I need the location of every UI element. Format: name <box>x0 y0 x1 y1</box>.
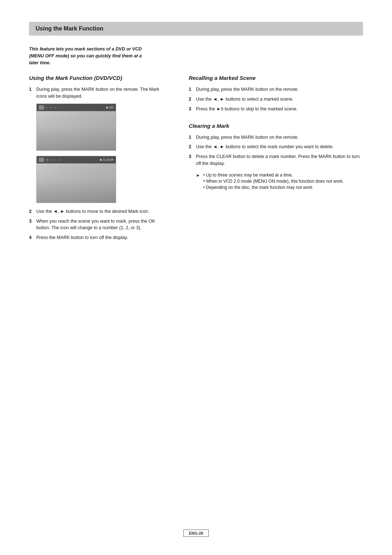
r-step-text-3: Press the ►II buttons to skip to the mar… <box>196 106 363 113</box>
step-text-4: Press the MARK button to turn off the di… <box>36 234 167 241</box>
page-number: ENG-28 <box>183 530 209 537</box>
recalling-step-2: 2 Use the ◄, ► buttons to select a marke… <box>189 96 363 103</box>
left-steps-continued: 2 Use the ◄, ► buttons to move to the de… <box>29 208 167 241</box>
left-steps: 1 During play, press the MARK button on … <box>29 86 167 100</box>
step-number: 1 <box>29 86 33 100</box>
screenshot-toolbar-2: 5 – – – ■ CLEAR <box>37 156 116 163</box>
screenshot-toolbar-1: – – – ■ OK <box>37 104 116 111</box>
recalling-step-1: 1 During play, press the MARK button on … <box>189 86 363 93</box>
toolbar-label-2: ■ CLEAR <box>100 158 114 162</box>
recalling-step-3: 3 Press the ►II buttons to skip to the m… <box>189 106 363 113</box>
recalling-steps: 1 During play, press the MARK button on … <box>189 86 363 112</box>
toolbar-dash-2: – – – <box>49 158 61 162</box>
clearing-title: Clearing a Mark <box>189 123 363 129</box>
recalling-title: Recalling a Marked Scene <box>189 75 363 81</box>
note-text-3: • Depending on the disc, the mark functi… <box>203 185 314 190</box>
step-number-3: 3 <box>29 218 33 232</box>
step-text-3: When you reach the scene you want to mar… <box>36 218 167 232</box>
toolbar-label-1: ■ OK <box>106 106 114 109</box>
r-step-text-1: During play, press the MARK button on th… <box>196 86 363 93</box>
toolbar-num: 5 <box>46 158 48 162</box>
r-step-num-3: 3 <box>189 106 193 113</box>
note-arrow-item: ➤ • Up to three scenes may be marked at … <box>196 172 363 191</box>
step-text-2: Use the ◄, ► buttons to move to the desi… <box>36 208 167 215</box>
page: Using the Mark Function This feature let… <box>0 0 392 555</box>
c-step-num-3: 3 <box>189 153 193 167</box>
intro-text: This feature lets you mark sections of a… <box>29 46 152 66</box>
note-text-1: • Up to three scenes may be marked at a … <box>203 173 293 178</box>
c-step-num-1: 1 <box>189 134 193 141</box>
toolbar-icon-2 <box>39 158 44 162</box>
screenshot-1: – – – ■ OK <box>36 104 116 151</box>
r-step-num-2: 2 <box>189 96 193 103</box>
c-step-text-1: During play, press the MARK button on th… <box>196 134 363 141</box>
right-column: Recalling a Marked Scene 1 During play, … <box>189 75 363 244</box>
clearing-step-1: 1 During play, press the MARK button on … <box>189 134 363 141</box>
step-number-2: 2 <box>29 208 33 215</box>
r-step-num-1: 1 <box>189 86 193 93</box>
section-header: Using the Mark Function <box>29 22 363 36</box>
note-arrow-icon: ➤ <box>196 173 201 191</box>
screenshot-2: 5 – – – ■ CLEAR <box>36 156 116 203</box>
c-step-text-2: Use the ◄, ► buttons to select the mark … <box>196 143 363 150</box>
r-step-text-2: Use the ◄, ► buttons to select a marked … <box>196 96 363 103</box>
clearing-step-2: 2 Use the ◄, ► buttons to select the mar… <box>189 143 363 150</box>
left-column: Using the Mark Function (DVD/VCD) 1 Duri… <box>29 75 167 244</box>
step-item: 1 During play, press the MARK button on … <box>29 86 167 100</box>
c-step-text-3: Press the CLEAR button to delete a mark … <box>196 153 363 167</box>
left-subsection-title: Using the Mark Function (DVD/VCD) <box>29 75 167 81</box>
step-number-4: 4 <box>29 234 33 241</box>
step-item-2: 2 Use the ◄, ► buttons to move to the de… <box>29 208 167 215</box>
step-text: During play, press the MARK button on th… <box>36 86 167 100</box>
step-item-3: 3 When you reach the scene you want to m… <box>29 218 167 232</box>
toolbar-icon-1 <box>39 105 44 110</box>
toolbar-dash-1: – – – <box>45 105 57 109</box>
note-text-2: • When in VCD 2.0 mode (MENU ON mode), t… <box>203 179 344 184</box>
two-column-layout: Using the Mark Function (DVD/VCD) 1 Duri… <box>29 75 363 244</box>
c-step-num-2: 2 <box>189 143 193 150</box>
clearing-steps: 1 During play, press the MARK button on … <box>189 134 363 167</box>
step-item-4: 4 Press the MARK button to turn off the … <box>29 234 167 241</box>
notes-section: ➤ • Up to three scenes may be marked at … <box>196 172 363 191</box>
section-header-title: Using the Mark Function <box>36 25 103 32</box>
clearing-step-3: 3 Press the CLEAR button to delete a mar… <box>189 153 363 167</box>
note-text-container: • Up to three scenes may be marked at a … <box>203 172 363 191</box>
